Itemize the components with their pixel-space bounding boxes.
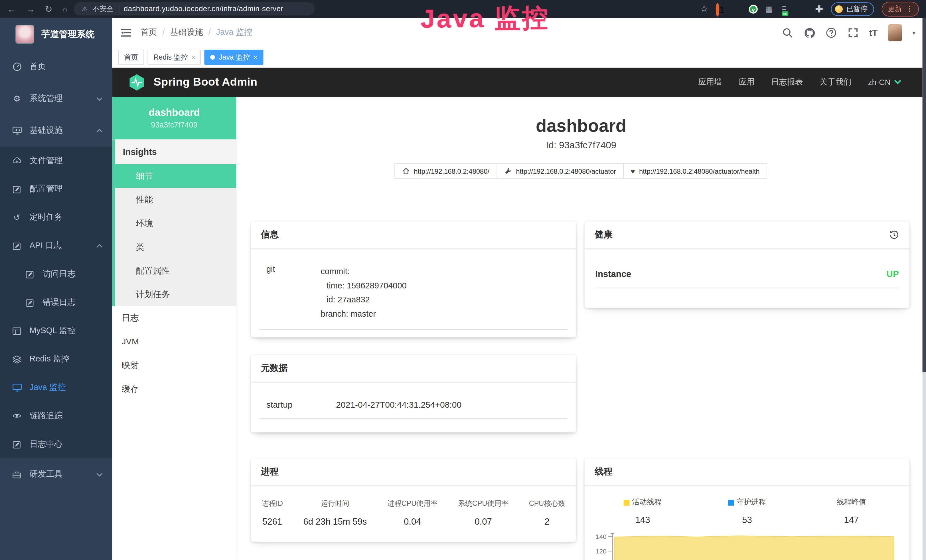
sba-brand-title[interactable]: Spring Boot Admin (153, 76, 257, 89)
reload-icon[interactable]: ↻ (45, 5, 52, 14)
sba-instance-header[interactable]: dashboard 93a3fc7f7409 (112, 97, 236, 139)
forward-icon[interactable]: → (26, 5, 35, 14)
cell-value: 5261 (262, 516, 283, 526)
sidebar-item-file-management[interactable]: 文件管理 (0, 147, 112, 175)
database-table-icon (12, 326, 22, 336)
sidebar-item-mysql-monitor[interactable]: MySQL 监控 (0, 317, 112, 345)
address-bar[interactable]: ⚠ 不安全 dashboard.yudao.iocoder.cn/infra/a… (74, 2, 315, 15)
sba-logo-icon (127, 73, 146, 91)
sba-item-metrics[interactable]: 性能 (112, 188, 236, 212)
sba-item-caches[interactable]: 缓存 (112, 377, 236, 401)
sidebar-item-java-monitor[interactable]: Java 监控 (0, 374, 112, 402)
app-logo[interactable]: 芋道管理系统 (0, 18, 112, 51)
process-col-pid: 进程ID 5261 (262, 499, 283, 526)
sba-item-details[interactable]: 细节 (112, 164, 236, 188)
actuator-url-chip[interactable]: http://192.168.0.2:48080/actuator (496, 163, 624, 179)
fullscreen-icon[interactable] (847, 27, 858, 38)
logo-image (15, 25, 34, 44)
status-badge: UP (887, 269, 899, 279)
browser-menu-icon[interactable]: ⋮ (906, 5, 913, 13)
sidebar-item-dev-tools[interactable]: 研发工具 (0, 459, 112, 490)
sidebar-item-access-logs[interactable]: 访问日志 (0, 260, 112, 288)
extension-icon-orange[interactable]: 1 (716, 5, 725, 14)
info-card: 信息 git commit: time: 1596289704000 id: 2… (251, 222, 576, 338)
sidebar-item-infrastructure[interactable]: 基础设施 (0, 115, 112, 147)
sidebar-item-label: MySQL 监控 (30, 325, 76, 336)
home-icon[interactable]: ⌂ (62, 5, 68, 14)
sidebar-submenu-infrastructure: 文件管理 配置管理 ↺ 定时任务 API 日志 (0, 147, 112, 459)
history-icon[interactable] (889, 230, 899, 240)
sba-nav: 应用墙 应用 日志报表 关于我们 zh-CN (698, 77, 926, 87)
tag-home[interactable]: 首页 (118, 50, 144, 65)
page-scrollbar[interactable] (923, 18, 926, 560)
health-url-chip[interactable]: ♥ http://192.168.0.2:48080/actuator/heal… (623, 163, 767, 179)
sidebar-item-label: 链路追踪 (30, 410, 63, 421)
help-icon[interactable] (826, 27, 837, 38)
sba-item-environment[interactable]: 环境 (112, 211, 236, 235)
user-avatar[interactable] (888, 24, 902, 41)
extension-icon-pin[interactable] (732, 5, 741, 14)
update-button[interactable]: 更新 ⋮ (882, 2, 919, 16)
tag-java-monitor[interactable]: Java 监控 × (204, 50, 263, 65)
legend-label: 线程峰值 (837, 498, 866, 507)
sidebar-item-tracing[interactable]: 链路追踪 (0, 402, 112, 430)
metadata-value: 2021-04-27T00:44:31.254+08:00 (336, 400, 461, 409)
extensions-puzzle-icon[interactable] (816, 5, 823, 12)
close-icon[interactable]: × (254, 50, 257, 65)
bookmark-star-icon[interactable]: ☆ (700, 3, 708, 14)
process-col-system-cpu: 系统CPU使用率 0.07 (458, 499, 508, 526)
scrollbar-thumb[interactable] (923, 18, 926, 372)
sba-language-select[interactable]: zh-CN (868, 77, 902, 86)
card-header: 线程 (585, 459, 909, 486)
sba-item-logs[interactable]: 日志 (112, 306, 236, 330)
user-menu-caret-icon[interactable]: ▾ (912, 29, 915, 36)
service-url-chip[interactable]: http://192.168.0.2:48080/ (394, 163, 497, 179)
search-icon[interactable] (782, 27, 793, 38)
chevron-down-icon (894, 80, 901, 85)
github-icon[interactable] (803, 27, 815, 38)
paused-pill[interactable]: 已暂停 (831, 2, 874, 16)
sba-nav-wallboard[interactable]: 应用墙 (698, 77, 722, 87)
font-size-icon[interactable]: tT (869, 27, 878, 37)
breadcrumb-home[interactable]: 首页 (141, 27, 157, 38)
sba-item-mappings[interactable]: 映射 (112, 353, 236, 377)
sba-language-value: zh-CN (868, 77, 891, 86)
sidebar-item-scheduled-jobs[interactable]: ↺ 定时任务 (0, 203, 112, 232)
sidebar-item-label: 配置管理 (30, 184, 63, 194)
url-text: dashboard.yudao.iocoder.cn/infra/admin-s… (124, 5, 283, 13)
close-icon[interactable]: × (191, 50, 195, 65)
sba-item-classes[interactable]: 类 (112, 235, 236, 259)
card-title: 信息 (261, 229, 278, 240)
extension-icon-list[interactable]: ≡on (782, 5, 791, 14)
top-navbar: 首页 基础设施 Java 监控 tT ▾ (112, 18, 926, 48)
sba-item-config-props[interactable]: 配置属性 (112, 259, 236, 282)
breadcrumb-current: Java 监控 (203, 27, 253, 38)
extension-icon-grid[interactable]: ▦ (766, 5, 774, 14)
sidebar-item-home[interactable]: 首页 (0, 51, 112, 83)
sidebar-item-config-management[interactable]: 配置管理 (0, 175, 112, 203)
sidebar-collapse-icon[interactable] (121, 28, 131, 37)
sidebar-item-system[interactable]: ⚙ 系统管理 (0, 83, 112, 115)
sba-nav-about[interactable]: 关于我们 (820, 77, 852, 87)
tag-redis-monitor[interactable]: Redis 监控 × (148, 50, 201, 65)
sidebar-item-redis-monitor[interactable]: Redis 监控 (0, 345, 112, 373)
breadcrumb-infrastructure[interactable]: 基础设施 (157, 27, 203, 38)
back-icon[interactable]: ← (7, 5, 16, 14)
extension-icon-green-y[interactable]: y (749, 5, 758, 14)
sba-main-content: dashboard Id: 93a3fc7f7409 http://192.16… (236, 97, 926, 560)
sidebar-item-api-logs[interactable]: API 日志 (0, 232, 112, 260)
sidebar-item-log-center[interactable]: 日志中心 (0, 430, 112, 459)
health-url: http://192.168.0.2:48080/actuator/health (639, 168, 760, 175)
extension-icon-leaf[interactable] (799, 5, 807, 14)
sba-item-jvm[interactable]: JVM (112, 330, 236, 353)
sba-item-scheduled-tasks[interactable]: 计划任务 (112, 282, 236, 306)
sidebar-item-error-logs[interactable]: 错误日志 (0, 288, 112, 317)
toolbox-icon (12, 469, 22, 479)
git-time-line: time: 1596289704000 (321, 278, 406, 292)
log-icon (25, 269, 35, 279)
tag-label: 首页 (124, 50, 138, 65)
sba-nav-applications[interactable]: 应用 (738, 77, 755, 87)
sidebar-item-label: 定时任务 (30, 212, 63, 222)
page-title: dashboard (236, 116, 926, 136)
sba-nav-journal[interactable]: 日志报表 (771, 77, 803, 87)
